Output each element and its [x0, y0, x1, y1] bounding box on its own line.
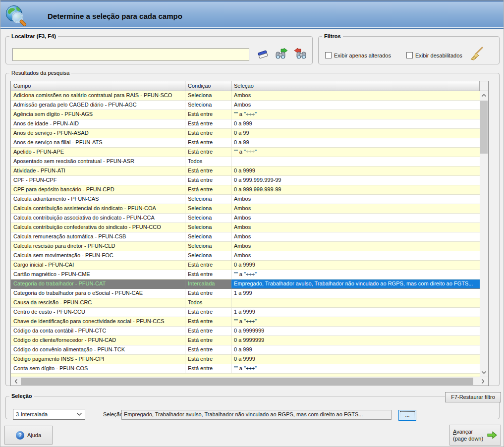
cell-condicao: Está entre — [185, 308, 231, 317]
column-header-campo[interactable]: Campo — [11, 81, 185, 91]
cell-campo: Calcula contribuição associativa do sind… — [11, 214, 185, 223]
vertical-scrollbar-thumb[interactable] — [480, 101, 488, 154]
table-row[interactable]: Código da conta contábil - PFUN-CTCEstá … — [11, 327, 480, 336]
table-row[interactable]: Anos de idade - PFUN-AIDEstá entre0 a 99… — [11, 119, 480, 129]
broom-icon — [469, 46, 484, 62]
cell-selecao: 0 a 9999 — [231, 355, 480, 364]
table-row[interactable]: Calcula contribuição assistencial do sin… — [11, 204, 480, 214]
cell-selecao — [231, 298, 480, 307]
cell-campo: Agência sem dígito - PFUN-AGS — [11, 110, 185, 119]
table-row[interactable]: Cartão magnético - PFUN-CMEEstá entre"" … — [11, 270, 480, 279]
table-row[interactable]: Admissão gerada pelo CAGED diário - PFUN… — [11, 101, 480, 110]
globe-with-magnifier-icon — [4, 4, 27, 27]
horizontal-scrollbar[interactable] — [11, 377, 488, 386]
cell-condicao: Está entre — [185, 167, 231, 175]
scroll-up-arrow-icon[interactable] — [480, 91, 488, 100]
table-row[interactable]: CPF para depósito bancário - PFUN-CPDEst… — [11, 185, 480, 195]
cell-condicao: Está entre — [185, 129, 231, 138]
checkbox-box[interactable] — [325, 52, 332, 58]
cell-condicao: Seleciona — [185, 214, 231, 223]
table-row[interactable]: Calcula contribuição confederativa do si… — [11, 223, 480, 232]
table-row[interactable]: Código pagamento INSS - PFUN-CPIEstá ent… — [11, 355, 480, 364]
table-row[interactable]: Apelido - PFUN-APEEstá entre"" a "÷÷÷" — [11, 148, 480, 157]
ellipsis-button[interactable]: ... — [398, 410, 416, 421]
cell-campo: Admissão gerada pelo CAGED diário - PFUN… — [11, 101, 185, 110]
restore-filter-button[interactable]: F7-Restaurar filtro — [445, 392, 501, 402]
cell-campo: Aposentado sem rescisão contratual - PFU… — [11, 157, 185, 166]
table-row[interactable]: Calcula adiantamento - PFUN-CASSeleciona… — [11, 195, 480, 204]
checkbox-box[interactable] — [406, 52, 413, 58]
table-row[interactable]: Conta sem dígito - PFUN-COSEstá entre"" … — [11, 364, 480, 374]
condition-type-dropdown[interactable]: 3-Intercalada — [13, 409, 85, 420]
cell-campo: Anos de serviço - PFUN-ASAD — [11, 129, 185, 138]
table-row[interactable]: Agência sem dígito - PFUN-AGSEstá entre"… — [11, 110, 480, 119]
next-button[interactable]: Avançar (page down) — [449, 425, 501, 446]
find-previous-button[interactable] — [292, 48, 308, 61]
find-next-button[interactable] — [274, 48, 289, 61]
dialog-window: Determine a seleção para cada campo Loca… — [0, 0, 504, 447]
horizontal-scrollbar-thumb[interactable] — [21, 378, 473, 385]
cell-selecao: "" a "÷÷÷" — [231, 364, 480, 373]
table-row[interactable]: Calcula remuneração automática - PFUN-CS… — [11, 232, 480, 242]
localizar-legend: Localizar (F3, F4) — [9, 33, 58, 39]
cell-selecao: 0 a 999.999.999-99 — [231, 185, 480, 194]
cell-campo: Código pagamento INSS - PFUN-CPI — [11, 355, 185, 364]
table-row[interactable]: CPF - PFUN-CPFEstá entre0 a 999.999.999-… — [11, 176, 480, 185]
cell-selecao: Ambos — [231, 91, 480, 100]
cell-condicao: Seleciona — [185, 251, 231, 260]
cell-selecao: 0 a 99 — [231, 138, 480, 147]
next-button-sublabel: (page down) — [453, 435, 485, 442]
clear-search-button[interactable] — [255, 48, 271, 61]
column-header-condicao[interactable]: Condição — [185, 81, 231, 91]
cell-condicao: Está entre — [185, 345, 231, 354]
cell-condicao: Seleciona — [185, 223, 231, 232]
selecao-legend: Seleção — [9, 393, 34, 399]
table-row[interactable]: Calcula contribuição associativa do sind… — [11, 214, 480, 223]
green-right-arrow-icon — [487, 431, 498, 440]
table-row[interactable]: Categoria do trabalhador - PFUN-CATInter… — [11, 279, 480, 289]
table-row[interactable]: Cargo inicial - PFUN-CAIEstá entre0 a 99… — [11, 261, 480, 270]
table-row[interactable]: Atividade - PFUN-ATIEstá entre0 a 9999 — [11, 167, 480, 176]
table-row[interactable]: Aposentado sem rescisão contratual - PFU… — [11, 157, 480, 167]
cell-campo: Atividade - PFUN-ATI — [11, 167, 185, 175]
search-input[interactable] — [12, 48, 249, 61]
binoculars-red-arrow-icon — [293, 48, 307, 61]
table-row[interactable]: Adiciona comissões no salário contratual… — [11, 91, 480, 101]
cell-selecao: 0 a 999 — [231, 119, 480, 128]
table-row[interactable]: Causa da rescisão - PFUN-CRCTodos — [11, 298, 480, 308]
scroll-down-arrow-icon[interactable] — [480, 368, 488, 377]
scrollbar-corner — [480, 81, 488, 91]
resultados-group: Resultados da pesquisa Campo Condição Se… — [5, 70, 500, 386]
checkbox-exibir-desabilitados[interactable]: Exibir desabilitados — [406, 52, 462, 58]
scroll-left-arrow-icon[interactable] — [12, 377, 20, 386]
table-row[interactable]: Anos de serviço - PFUN-ASADEstá entre0 a… — [11, 129, 480, 138]
cell-selecao: Ambos — [231, 242, 480, 251]
table-row[interactable]: Anos de serviço na filial - PFUN-ATSEstá… — [11, 138, 480, 148]
scroll-right-arrow-icon[interactable] — [479, 377, 487, 386]
cell-selecao: 1 a 999 — [231, 289, 480, 298]
table-row[interactable]: Código do convênio alimentação - PFUN-TC… — [11, 345, 480, 355]
cell-condicao: Está entre — [185, 336, 231, 345]
page-title: Determine a seleção para cada campo — [48, 12, 182, 20]
table-row[interactable]: Calcula sem movimentação - PFUN-FOCSelec… — [11, 251, 480, 261]
help-button[interactable]: ? Ajuda — [4, 426, 53, 445]
cell-selecao: 0 a 9999999 — [231, 327, 480, 335]
cell-campo: Centro de custo - PFUN-CCU — [11, 308, 185, 317]
cell-condicao: Seleciona — [185, 232, 231, 241]
dropdown-selected-value: 3-Intercalada — [16, 411, 48, 417]
vertical-scrollbar[interactable] — [480, 91, 488, 377]
cell-campo: Conta sem dígito - PFUN-COS — [11, 364, 185, 373]
table-row[interactable]: Código do cliente/fornecedor - PFUN-CADE… — [11, 336, 480, 345]
table-row[interactable]: Categoria do trabalhador para o eSocial … — [11, 289, 480, 298]
cell-campo: Chave de identificação para conectividad… — [11, 317, 185, 326]
clear-filters-button[interactable] — [467, 45, 485, 63]
table-row[interactable]: Centro de custo - PFUN-CCUEstá entre1 a … — [11, 308, 480, 317]
column-header-selecao[interactable]: Seleção — [231, 81, 480, 91]
cell-campo: Código do convênio alimentação - PFUN-TC… — [11, 345, 185, 354]
checkbox-exibir-apenas-alterados[interactable]: Exibir apenas alterados — [325, 52, 391, 58]
table-header-row: Campo Condição Seleção — [11, 81, 488, 91]
table-row[interactable]: Calcula rescisão para diretor - PFUN-CLD… — [11, 242, 480, 251]
cell-campo: Apelido - PFUN-APE — [11, 148, 185, 157]
cell-selecao: Ambos — [231, 223, 480, 232]
table-row[interactable]: Chave de identificação para conectividad… — [11, 317, 480, 327]
